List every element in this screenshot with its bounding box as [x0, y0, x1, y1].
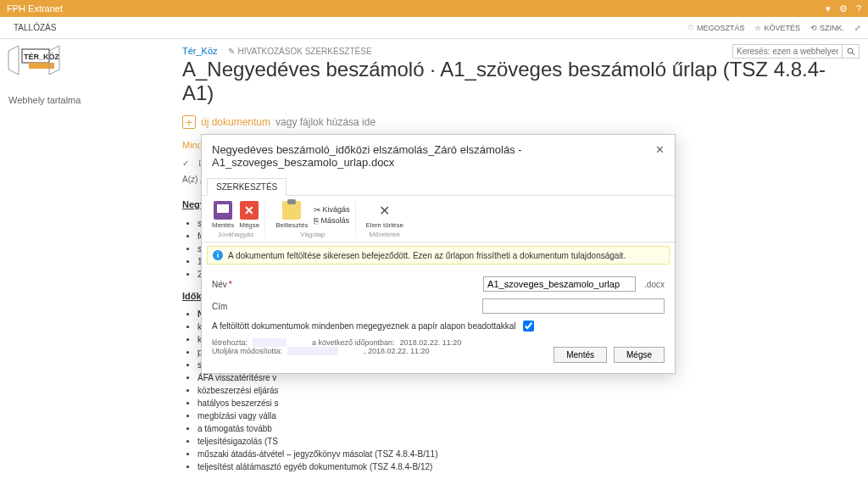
- ribbon-group-approve: Jóváhagyás: [218, 231, 254, 238]
- ribbon-delete-button[interactable]: ✕ Elem törlése: [366, 201, 403, 229]
- name-input[interactable]: [483, 276, 636, 292]
- checkbox-label: A feltöltött dokumentumok mindenben mege…: [212, 321, 516, 331]
- copy-icon: ⎘: [314, 216, 319, 226]
- info-text: A dokumentum feltöltése sikeresen befeje…: [228, 251, 626, 260]
- info-bar: i A dokumentum feltöltése sikeresen befe…: [207, 246, 670, 265]
- ribbon-group-clipboard: Vágólap: [300, 231, 325, 238]
- title-label: Cím: [212, 302, 237, 311]
- ribbon-group-actions: Műveletek: [370, 231, 400, 238]
- created-at-prefix: a következő időpontban:: [312, 338, 395, 347]
- save-button[interactable]: Mentés: [554, 347, 607, 363]
- dialog-ribbon: Mentés ✕ Mégse Jóváhagyás Beillesztés: [202, 196, 675, 242]
- close-icon[interactable]: ✕: [655, 143, 665, 156]
- created-at-value: 2018.02.22. 11:20: [400, 338, 462, 347]
- name-label: Név*: [212, 280, 237, 289]
- dialog-title: Negyedéves beszámoló_időközi elszámolás_…: [212, 143, 655, 169]
- delete-icon: ✕: [376, 201, 394, 220]
- cancel-button[interactable]: Mégse: [614, 347, 665, 363]
- ribbon-copy-button[interactable]: ⎘ Másolás: [314, 216, 350, 226]
- modal-overlay: Negyedéves beszámoló_időközi elszámolás_…: [0, 0, 868, 485]
- ribbon-paste-button[interactable]: Beillesztés: [275, 201, 308, 229]
- tab-edit[interactable]: SZERKESZTÉS: [207, 178, 287, 196]
- modified-at-value: , 2018.02.22. 11:20: [364, 347, 430, 355]
- title-input[interactable]: [482, 298, 665, 314]
- created-by-label: létrehozta:: [212, 338, 248, 347]
- ribbon-cut-button[interactable]: ✂ Kivágás: [314, 205, 350, 215]
- file-extension: .docx: [644, 280, 665, 289]
- ribbon-cancel-button[interactable]: ✕ Mégse: [239, 201, 259, 229]
- paste-icon: [282, 201, 301, 220]
- document-properties-dialog: Negyedéves beszámoló_időközi elszámolás_…: [201, 134, 676, 374]
- modified-by-label: Utoljára módosította:: [212, 347, 282, 355]
- cut-icon: ✂: [314, 205, 320, 215]
- ribbon-save-button[interactable]: Mentés: [212, 201, 234, 229]
- info-icon: i: [213, 250, 223, 260]
- cancel-icon: ✕: [240, 201, 259, 220]
- save-icon: [214, 201, 232, 220]
- match-paper-checkbox[interactable]: [523, 321, 534, 332]
